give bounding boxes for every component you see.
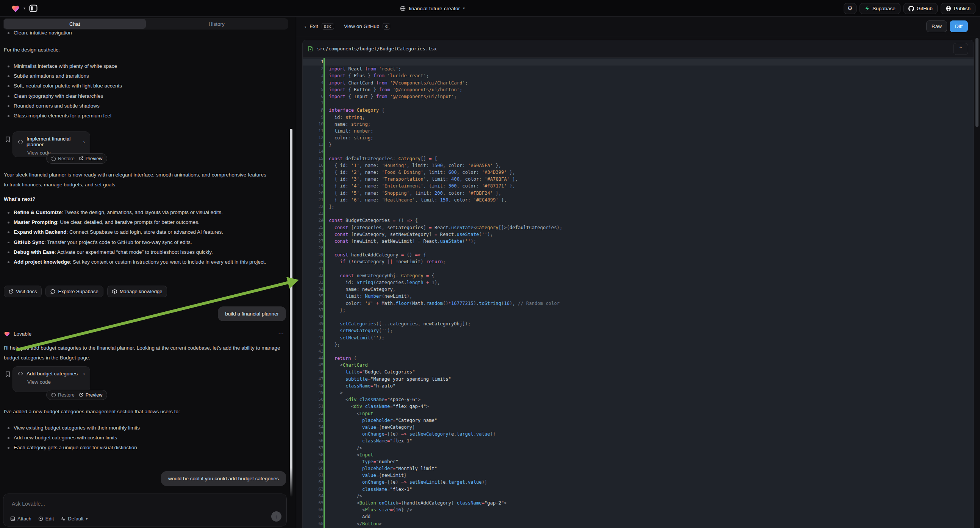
fold-chevron-icon[interactable]: ⌄: [320, 217, 322, 224]
bookmark-icon[interactable]: [5, 371, 10, 377]
help-paragraph: I'll help you add budget categories to t…: [4, 343, 281, 363]
diff-added-gutter: [323, 58, 325, 528]
esc-kbd: ESC: [321, 23, 334, 30]
github-label: GitHub: [917, 6, 933, 11]
code-line: 33 id: String(categories.length + 1),: [303, 279, 974, 286]
collapse-file-button[interactable]: ⌃: [953, 43, 968, 55]
logo-chevron-down-icon[interactable]: ▾: [24, 6, 25, 10]
project-switcher[interactable]: financial-future-creator ▾: [400, 0, 465, 17]
code-line: 25 const [categories, setCategories] = R…: [303, 224, 974, 231]
gear-icon: ⚙: [847, 5, 852, 12]
list-item: GitHub Sync: Transfer your project's cod…: [4, 237, 281, 247]
exit-button[interactable]: ‹ Exit ESC: [305, 23, 334, 30]
restore-button[interactable]: Restore: [51, 156, 75, 161]
code-line: 42 };: [303, 341, 974, 348]
preview-button[interactable]: Preview: [79, 156, 102, 161]
view-on-github-button[interactable]: View on GitHub G: [344, 23, 390, 30]
visit-docs-button[interactable]: Visit docs: [4, 286, 42, 297]
code-line: 45 <ChartCard: [303, 362, 974, 369]
list-item: Subtle animations and transitions: [4, 71, 283, 81]
prompt-input[interactable]: Ask Lovable... Attach Edit Default ▾ ↑: [3, 493, 287, 526]
attach-button[interactable]: Attach: [10, 516, 32, 522]
code-line: 43: [303, 348, 974, 355]
lovable-logo-icon[interactable]: [11, 5, 20, 12]
code-line: 19 { id: '4', name: 'Entertainment', lim…: [303, 183, 974, 189]
code-line: 67 Add: [303, 513, 974, 520]
code-line: 8⌄interface Category {: [303, 107, 974, 114]
message-menu-icon[interactable]: ⋯: [278, 330, 285, 337]
code-line: 18 { id: '3', name: 'Transportation', li…: [303, 176, 974, 183]
code-line: 48 className="h-auto": [303, 383, 974, 390]
code-line: 20 { id: '5', name: 'Shopping', limit: 2…: [303, 190, 974, 197]
code-line: 12 color: string;: [303, 134, 974, 141]
code-line: 62 onChange={(e) => setNewLimit(e.target…: [303, 479, 974, 485]
fold-chevron-icon[interactable]: ⌄: [320, 272, 322, 279]
target-icon: [38, 516, 43, 521]
ready-paragraph: Your sleek financial planner is now read…: [4, 170, 269, 190]
model-selector[interactable]: Default ▾: [60, 516, 88, 522]
supabase-button[interactable]: Supabase: [859, 3, 900, 14]
supabase-label: Supabase: [872, 6, 896, 11]
send-button[interactable]: ↑: [271, 511, 282, 522]
tab-history[interactable]: History: [146, 19, 288, 29]
list-item: Master Prompting: Use clear, detailed, a…: [4, 218, 281, 227]
code-line: 7: [303, 100, 974, 107]
code-line: 50 <div className="space-y-6">: [303, 396, 974, 403]
chat-scrollbar[interactable]: [290, 129, 293, 497]
fold-chevron-icon[interactable]: ⌄: [320, 107, 322, 114]
manage-knowledge-button[interactable]: Manage knowledge: [107, 286, 167, 297]
list-item: Rounded corners and subtle shadows: [4, 101, 283, 111]
github-button[interactable]: GitHub: [904, 3, 937, 14]
code-line: 5import { Button } from '@/components/ui…: [303, 86, 974, 93]
code-line: 11 limit: number;: [303, 128, 974, 134]
code-line: 15⌄const defaultCategories: Category[] =…: [303, 155, 974, 162]
code-line: 30 if (!newCategory || !newLimit) return…: [303, 258, 974, 265]
top-bar: ▾ financial-future-creator ▾ ⚙: [0, 0, 980, 17]
prompt-placeholder: Ask Lovable...: [12, 501, 279, 507]
preview-button[interactable]: Preview: [79, 393, 102, 398]
chevron-right-icon: ›: [83, 139, 85, 144]
fold-chevron-icon[interactable]: ⌄: [320, 251, 322, 258]
list-item: Soft, neutral color palette with light b…: [4, 81, 283, 91]
fold-chevron-icon[interactable]: ⌄: [320, 155, 322, 162]
restore-preview-pill: Restore Preview: [46, 390, 107, 400]
sidebar-toggle-icon[interactable]: [29, 5, 38, 12]
package-icon: [112, 289, 117, 294]
code-line: 32⌄ const newCategoryObj: Category = {: [303, 272, 974, 279]
code-line: 35 limit: Number(newLimit),: [303, 293, 974, 300]
code-line: 53 placeholder="Category name": [303, 417, 974, 424]
restore-button[interactable]: Restore: [51, 393, 75, 398]
settings-button[interactable]: ⚙: [844, 3, 856, 14]
code-line: 63 className="flex-1": [303, 486, 974, 493]
code-line: 23: [303, 210, 974, 217]
file-header[interactable]: src/components/budget/BudgetCategories.t…: [303, 40, 974, 57]
design-bullet-list: Minimalist interface with plenty of whit…: [4, 61, 283, 121]
code-line: 2import React from 'react';: [303, 65, 974, 72]
chevron-left-icon: ‹: [305, 24, 306, 29]
chevron-down-icon: ▾: [86, 517, 88, 521]
version-card-add-budget-categories[interactable]: Add budget categories › View code: [13, 366, 90, 392]
file-card: src/components/budget/BudgetCategories.t…: [302, 40, 974, 528]
code-line: 65 <Button onClick={handleAddCategory} c…: [303, 499, 974, 506]
publish-button[interactable]: Publish: [940, 3, 975, 14]
edit-mode-button[interactable]: Edit: [38, 516, 54, 522]
code-line: 28: [303, 245, 974, 251]
list-item: Refine & Customize: Tweak the design, an…: [4, 208, 281, 218]
raw-toggle-button[interactable]: Raw: [926, 21, 947, 32]
code-line: 68 </Button>: [303, 520, 974, 527]
view-code-link[interactable]: View code: [27, 379, 85, 385]
user-message: build a financial planner: [218, 307, 286, 321]
restore-preview-pill: Restore Preview: [46, 153, 107, 164]
code-scrollbar[interactable]: [975, 38, 978, 127]
code-line: 14: [303, 148, 974, 155]
bookmark-icon[interactable]: [5, 136, 10, 142]
explore-supabase-button[interactable]: Explore Supabase: [45, 286, 103, 297]
code-panel: ‹ Exit ESC View on GitHub G Raw Diff src…: [296, 17, 980, 528]
supabase-bolt-icon: [864, 6, 870, 11]
diff-toggle-button[interactable]: Diff: [950, 21, 968, 32]
list-item: Minimalist interface with plenty of whit…: [4, 61, 283, 71]
code-line: 49 >: [303, 390, 974, 396]
code-line: 38: [303, 313, 974, 320]
list-item: Add new budget categories with custom li…: [4, 433, 283, 443]
tab-chat[interactable]: Chat: [4, 19, 146, 29]
